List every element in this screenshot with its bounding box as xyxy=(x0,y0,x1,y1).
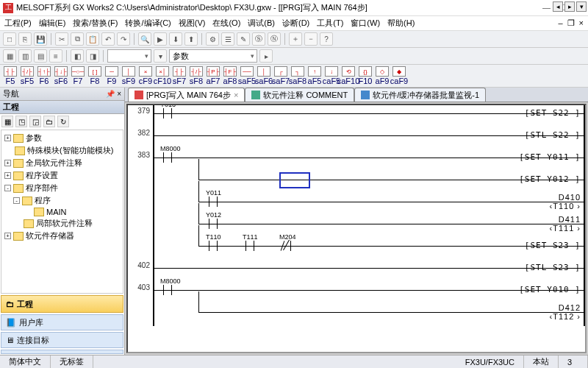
expand-icon[interactable]: + xyxy=(4,172,11,179)
ladder-symbol-sF5[interactable]: ┤/├sF5 xyxy=(20,66,35,85)
mdi-restore-button[interactable]: ❐ xyxy=(567,18,575,28)
ladder-symbol-aF8[interactable]: ┤F├aF8 xyxy=(223,66,237,85)
ladder-symbol-F6[interactable]: ┤↑├F6 xyxy=(37,66,51,85)
new-button[interactable]: □ xyxy=(3,32,16,46)
compile-button[interactable]: ⚙ xyxy=(206,32,219,46)
tree-node[interactable]: +程序设置 xyxy=(3,169,121,182)
nav-tab-project[interactable]: 🗀 工程 xyxy=(1,295,123,313)
coil-instruction[interactable]: [SET Y012 ] xyxy=(519,174,581,184)
tree-node[interactable]: 局部软元件注释 xyxy=(3,217,121,230)
coil-timer[interactable]: D412‹T112 › xyxy=(550,303,581,321)
write-button[interactable]: ⬇ xyxy=(169,32,182,46)
nav-section-project[interactable]: 工程 xyxy=(0,101,124,114)
tab-list-button[interactable]: ▾ xyxy=(576,1,587,12)
pin-icon[interactable]: 📌 × xyxy=(106,90,121,98)
coil-instruction[interactable]: [STL S22 ] xyxy=(525,130,581,140)
tab-scroll-right-button[interactable]: ▸ xyxy=(564,1,575,12)
menu-tools[interactable]: 工具(T) xyxy=(317,18,343,29)
tb2-btn[interactable]: ◨ xyxy=(86,49,99,63)
statement-button[interactable]: Ⓢ xyxy=(252,32,265,46)
note-button[interactable]: Ⓝ xyxy=(268,32,281,46)
ladder-symbol-sF8[interactable]: ┤/├sF8 xyxy=(189,66,204,85)
tb2-btn[interactable]: ≡ xyxy=(49,49,62,63)
tree-node[interactable]: -程序部件 xyxy=(3,182,121,194)
menu-diagnostics[interactable]: 诊断(D) xyxy=(282,18,309,29)
cut-button[interactable]: ✂ xyxy=(55,32,68,46)
ladder-symbol-caF10[interactable]: ⟲caF10 xyxy=(341,66,356,85)
find-button[interactable]: 🔍 xyxy=(138,32,151,46)
contact[interactable] xyxy=(206,219,220,229)
tree-btn[interactable]: ◳ xyxy=(15,116,27,127)
ladder-symbol-cF9[interactable]: ×cF9 xyxy=(138,66,153,85)
tree-node[interactable]: +全局软元件注释 xyxy=(3,157,121,169)
coil-timer[interactable]: D411‹T111 › xyxy=(550,215,581,233)
save-button[interactable]: 💾 xyxy=(34,32,47,46)
tab-scroll-left-button[interactable]: ◂ xyxy=(553,1,563,12)
ladder-editor[interactable]: 379Y013[SET S22 ]382[STL S22 ]383M8000[S… xyxy=(126,104,587,353)
tree-node[interactable]: MAIN xyxy=(3,207,121,217)
contact[interactable] xyxy=(160,285,175,295)
tree-node[interactable]: +参数 xyxy=(3,132,121,144)
menu-debug[interactable]: 调试(B) xyxy=(248,18,275,29)
ladder-symbol-F9[interactable]: ─F9 xyxy=(104,66,119,85)
menu-online[interactable]: 在线(O) xyxy=(212,18,240,29)
ladder-symbol-saF7[interactable]: ┌saF7 xyxy=(273,66,288,85)
tb2-btn[interactable]: ◧ xyxy=(71,49,84,63)
ladder-symbol-aF9[interactable]: ◇aF9 xyxy=(375,66,390,85)
tree-btn[interactable]: 🗀 xyxy=(43,116,55,127)
tree-node[interactable]: 特殊模块(智能功能模块) xyxy=(3,144,121,157)
nav-tab-connection[interactable]: 🖥 连接目标 xyxy=(1,332,123,348)
tree-node[interactable]: +软元件存储器 xyxy=(3,230,121,242)
tb2-btn[interactable]: ▾ xyxy=(154,49,167,63)
expand-icon[interactable]: + xyxy=(4,233,11,239)
ladder-symbol-sF6[interactable]: ┤↓├sF6 xyxy=(54,66,68,85)
menu-help[interactable]: 帮助(H) xyxy=(387,18,415,29)
expand-icon[interactable]: + xyxy=(4,135,11,141)
expand-icon[interactable]: + xyxy=(4,160,11,166)
simulate-button[interactable]: ☰ xyxy=(221,32,234,46)
contact[interactable] xyxy=(206,241,220,251)
read-button[interactable]: ⬆ xyxy=(184,32,198,46)
zoom-in-button[interactable]: ＋ xyxy=(289,32,302,46)
ladder-symbol-aF7[interactable]: ┤P├aF7 xyxy=(206,66,220,85)
ladder-symbol-aF5[interactable]: ↑aF5 xyxy=(307,66,322,85)
menu-compile[interactable]: 转换/编译(C) xyxy=(125,18,171,29)
menu-edit[interactable]: 编辑(E) xyxy=(39,18,66,29)
ladder-symbol-F7[interactable]: ─○─F7 xyxy=(71,66,85,85)
ladder-symbol-caF9[interactable]: ◆caF9 xyxy=(392,66,406,85)
coil-instruction[interactable]: [SET Y011 ] xyxy=(519,152,581,162)
tree-node[interactable]: -程序 xyxy=(3,194,121,207)
coil-timer[interactable]: D410‹T110 › xyxy=(550,193,581,210)
ladder-symbol-saF8[interactable]: ┐saF8 xyxy=(290,66,305,85)
tb2-btn[interactable]: ▦ xyxy=(3,49,16,63)
nav-resize-grip[interactable] xyxy=(1,350,123,354)
monitor-button[interactable]: ▶ xyxy=(154,32,167,46)
undo-button[interactable]: ↶ xyxy=(101,32,115,46)
paste-button[interactable]: 📋 xyxy=(86,32,99,46)
contact[interactable] xyxy=(206,197,220,207)
menu-find[interactable]: 搜索/替换(F) xyxy=(73,18,118,29)
mdi-close-button[interactable]: × xyxy=(579,18,584,28)
ladder-symbol-F5[interactable]: ┤├F5 xyxy=(3,66,18,85)
ladder-symbol-F8[interactable]: [ ]F8 xyxy=(87,66,102,85)
param-combo[interactable]: 参数 xyxy=(169,49,257,63)
expand-icon[interactable]: - xyxy=(13,197,20,204)
contact[interactable] xyxy=(160,108,175,118)
nav-tab-userlib[interactable]: 📘 用户库 xyxy=(1,314,123,330)
tab-prg-main[interactable]: [PRG]写入 MAIN 764步 × xyxy=(128,88,245,102)
tree-btn[interactable]: ▦ xyxy=(1,116,13,127)
tab-close-icon[interactable]: × xyxy=(234,91,238,99)
ladder-symbol-saF5[interactable]: ──saF5 xyxy=(240,66,254,85)
minimize-button[interactable]: — xyxy=(542,3,551,13)
redo-button[interactable]: ↷ xyxy=(117,32,130,46)
menu-project[interactable]: 工程(P) xyxy=(4,18,32,29)
zoom-out-button[interactable]: － xyxy=(304,32,318,46)
menu-window[interactable]: 窗口(W) xyxy=(351,18,380,29)
mdi-minimize-button[interactable]: – xyxy=(558,18,562,28)
coil-instruction[interactable]: [SET S22 ] xyxy=(525,108,581,118)
comment-button[interactable]: ✎ xyxy=(237,32,250,46)
contact[interactable] xyxy=(160,152,175,163)
contact[interactable] xyxy=(243,241,257,251)
ladder-symbol-sF7[interactable]: ┤├sF7 xyxy=(172,66,187,85)
ladder-symbol-sF9[interactable]: │sF9 xyxy=(121,66,136,85)
